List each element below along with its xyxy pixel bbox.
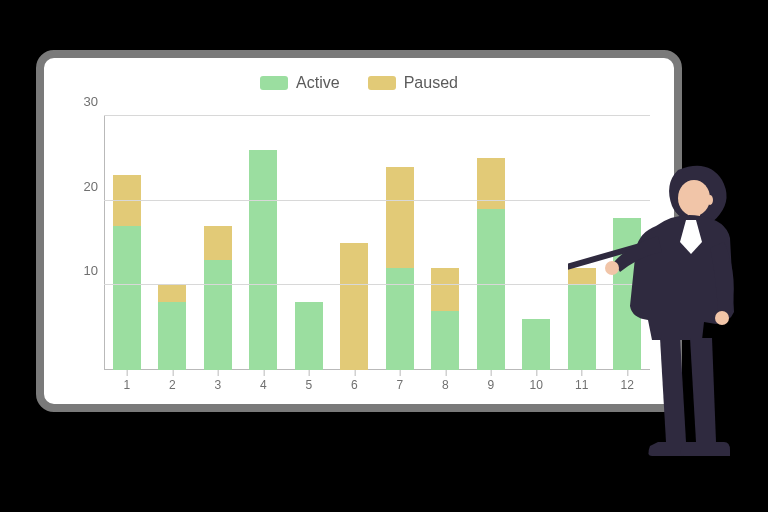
gridline <box>104 115 650 116</box>
bar-segment-active <box>113 226 141 370</box>
axis-x-tick-label: 11 <box>575 378 588 392</box>
axis-x-tick-label: 12 <box>621 378 634 392</box>
axis-y-tick-label: 30 <box>74 94 98 109</box>
axis-y-tick-label: 10 <box>74 263 98 278</box>
legend-swatch-active <box>260 76 288 90</box>
axis-x-tick-label: 1 <box>123 378 130 392</box>
chart-legend: Active Paused <box>44 74 674 92</box>
bar-segment-paused <box>204 226 232 260</box>
bar-segment-active <box>431 311 459 370</box>
chart-plot-area: 123456789101112 102030 <box>104 116 650 370</box>
axis-x-tick-label: 3 <box>214 378 221 392</box>
axis-x-tick-label: 10 <box>530 378 543 392</box>
chart-board: Active Paused 123456789101112 102030 <box>36 50 682 412</box>
bar <box>249 116 277 370</box>
bar-segment-active <box>477 209 505 370</box>
svg-point-5 <box>715 311 729 325</box>
bar <box>340 116 368 370</box>
bar-segment-paused <box>158 285 186 302</box>
bar-segment-active <box>249 150 277 370</box>
legend-label-active: Active <box>296 74 340 92</box>
axis-x-tick-label: 9 <box>487 378 494 392</box>
legend-label-paused: Paused <box>404 74 458 92</box>
bar-segment-active <box>568 285 596 370</box>
bar-segment-paused <box>386 167 414 269</box>
bar <box>613 116 641 370</box>
bar <box>386 116 414 370</box>
axis-x-tick-label: 5 <box>305 378 312 392</box>
legend-item-paused: Paused <box>368 74 458 92</box>
axis-x-tick-label: 6 <box>351 378 358 392</box>
bar-segment-paused <box>113 175 141 226</box>
svg-point-1 <box>678 180 710 216</box>
legend-swatch-paused <box>368 76 396 90</box>
bar <box>204 116 232 370</box>
axis-x-ticks: 123456789101112 <box>104 374 650 392</box>
bar <box>522 116 550 370</box>
bar-segment-active <box>295 302 323 370</box>
stage: Active Paused 123456789101112 102030 <box>0 0 768 512</box>
bar <box>568 116 596 370</box>
bar <box>477 116 505 370</box>
gridline <box>104 200 650 201</box>
svg-point-2 <box>707 195 713 205</box>
legend-item-active: Active <box>260 74 340 92</box>
bar-segment-active <box>158 302 186 370</box>
chart-bars <box>104 116 650 370</box>
bar-segment-active <box>522 319 550 370</box>
bar <box>113 116 141 370</box>
axis-x-tick-label: 7 <box>396 378 403 392</box>
bar <box>431 116 459 370</box>
axis-x-tick-label: 2 <box>169 378 176 392</box>
bar-segment-paused <box>477 158 505 209</box>
bar-segment-paused <box>340 243 368 370</box>
bar-segment-paused <box>568 268 596 285</box>
bar <box>295 116 323 370</box>
axis-y-tick-label: 20 <box>74 178 98 193</box>
bar <box>158 116 186 370</box>
svg-rect-3 <box>688 210 700 222</box>
bar-segment-active <box>204 260 232 370</box>
bar-segment-active <box>613 218 641 370</box>
gridline <box>104 284 650 285</box>
bar-segment-paused <box>431 268 459 310</box>
axis-x-tick-label: 4 <box>260 378 267 392</box>
axis-x-tick-label: 8 <box>442 378 449 392</box>
